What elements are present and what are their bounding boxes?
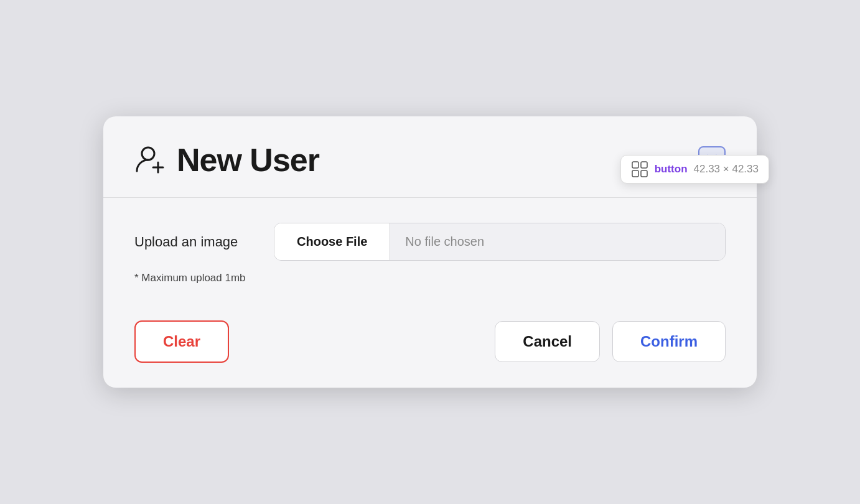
choose-file-button[interactable]: Choose File — [274, 223, 390, 260]
tooltip-type-label: button — [655, 163, 688, 175]
file-input-wrapper: Choose File No file chosen — [274, 223, 726, 261]
no-file-text: No file chosen — [390, 223, 725, 260]
dialog-footer: Clear Cancel Confirm — [103, 303, 757, 388]
upload-label: Upload an image — [134, 234, 259, 250]
dialog-title: New User — [177, 141, 319, 179]
svg-rect-6 — [641, 162, 647, 168]
max-upload-note: * Maximum upload 1mb — [134, 272, 726, 284]
upload-row: Upload an image Choose File No file chos… — [134, 223, 726, 261]
element-tooltip: button 42.33 × 42.33 — [620, 155, 769, 184]
dialog-title-group: New User — [134, 141, 319, 179]
svg-rect-8 — [641, 170, 647, 177]
tooltip-dimensions: 42.33 × 42.33 — [694, 163, 759, 175]
confirm-button[interactable]: Confirm — [612, 321, 726, 362]
clear-button[interactable]: Clear — [134, 320, 229, 363]
new-user-dialog: New User button 42.33 × 42.33 Upload an … — [103, 116, 757, 388]
user-add-icon — [134, 144, 167, 176]
dialog-body: Upload an image Choose File No file chos… — [103, 198, 757, 303]
svg-point-0 — [142, 147, 154, 160]
svg-rect-5 — [632, 162, 638, 168]
svg-rect-7 — [632, 170, 638, 177]
tooltip-element-icon — [631, 161, 648, 178]
cancel-button[interactable]: Cancel — [495, 321, 600, 362]
